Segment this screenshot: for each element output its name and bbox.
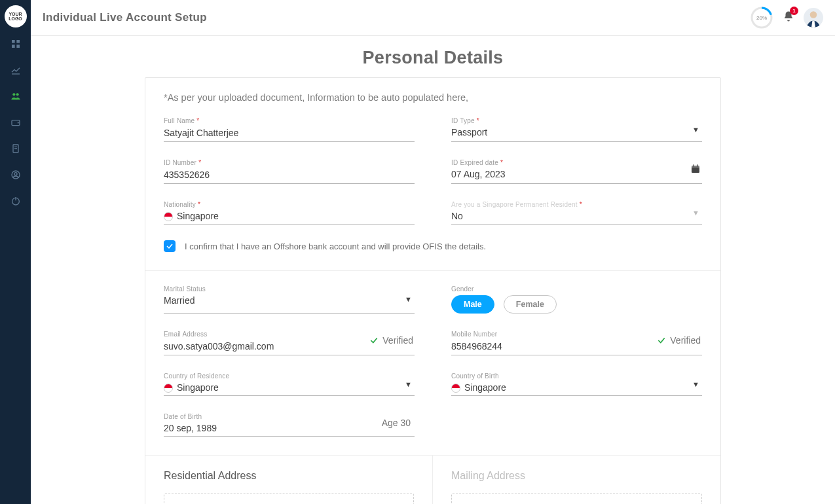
svg-rect-1 — [16, 40, 20, 43]
notification-count-badge: 1 — [790, 7, 798, 15]
page-title: Individual Live Account Setup — [43, 11, 207, 24]
mobile-verified-badge: Verified — [657, 335, 701, 346]
notification-bell-icon[interactable]: 1 — [783, 10, 794, 25]
mailing-address-heading: Mailing Address — [451, 470, 702, 482]
svg-rect-16 — [694, 164, 694, 166]
sidebar: YOUR LOGO — [0, 0, 31, 504]
flag-singapore-icon — [164, 212, 173, 221]
gender-field: Gender Male Female — [451, 285, 702, 314]
svg-point-4 — [12, 93, 15, 96]
offshore-confirm-label: I confirm that I have an Offshore bank a… — [185, 242, 486, 251]
gender-male-button[interactable]: Male — [451, 295, 494, 314]
nav-logout-icon[interactable] — [10, 195, 22, 207]
dob-field[interactable]: Date of Birth 20 sep, 1989 Age 30 — [164, 413, 415, 437]
svg-point-13 — [810, 11, 817, 18]
form-panel: *As per your uploaded document, Informat… — [145, 77, 721, 504]
flag-singapore-icon — [451, 384, 460, 393]
svg-rect-0 — [12, 40, 15, 43]
calendar-icon[interactable] — [690, 164, 701, 177]
svg-rect-3 — [16, 45, 20, 48]
residential-address-dropzone[interactable] — [164, 494, 414, 504]
id-type-field[interactable]: ID Type * Passport ▼ — [451, 117, 702, 142]
mobile-field[interactable]: Mobile Number Verified — [451, 331, 702, 355]
nav-analytics-icon[interactable] — [10, 64, 22, 76]
residential-address-heading: Residential Address — [164, 470, 414, 482]
country-birth-field[interactable]: Country of Birth Singapore ▼ — [451, 372, 702, 396]
nav-dashboard-icon[interactable] — [10, 38, 22, 50]
progress-indicator[interactable]: 20% — [750, 6, 773, 29]
svg-rect-15 — [692, 166, 699, 168]
svg-point-9 — [14, 173, 17, 175]
marital-status-field[interactable]: Marital Status Married ▼ — [164, 285, 415, 314]
id-number-input[interactable] — [164, 170, 415, 180]
id-expiry-field[interactable]: ID Expired date * 07 Aug, 2023 — [451, 159, 702, 184]
svg-rect-2 — [12, 45, 15, 48]
section-heading: Personal Details — [31, 48, 835, 68]
nav-account-icon[interactable] — [10, 169, 22, 181]
app-header: Individual Live Account Setup 20% 1 — [31, 0, 835, 36]
flag-singapore-icon — [164, 384, 173, 393]
mailing-address-dropzone[interactable] — [451, 494, 702, 504]
nav-document-icon[interactable] — [10, 143, 22, 154]
nationality-field[interactable]: Nationality * Singapore — [164, 201, 415, 225]
user-avatar[interactable] — [804, 8, 823, 27]
nav-wallet-icon[interactable] — [10, 117, 22, 128]
full-name-field[interactable]: Full Name * — [164, 117, 415, 142]
id-number-field[interactable]: ID Number * — [164, 159, 415, 184]
nav-users-icon[interactable] — [10, 90, 22, 102]
svg-point-5 — [16, 93, 18, 96]
country-residence-field[interactable]: Country of Residence Singapore ▼ — [164, 372, 415, 396]
progress-pct-label: 20% — [750, 6, 773, 29]
age-display: Age 30 — [382, 418, 411, 428]
autopopulate-note: *As per your uploaded document, Informat… — [164, 92, 702, 103]
brand-logo[interactable]: YOUR LOGO — [5, 5, 27, 27]
full-name-input[interactable] — [164, 128, 415, 138]
svg-rect-17 — [697, 164, 697, 166]
spr-field[interactable]: Are you a Singapore Permanent Resident *… — [451, 201, 702, 225]
offshore-confirm-checkbox[interactable] — [164, 240, 176, 252]
email-verified-badge: Verified — [369, 335, 413, 346]
email-field[interactable]: Email Address Verified — [164, 331, 415, 355]
gender-female-button[interactable]: Female — [504, 295, 557, 314]
